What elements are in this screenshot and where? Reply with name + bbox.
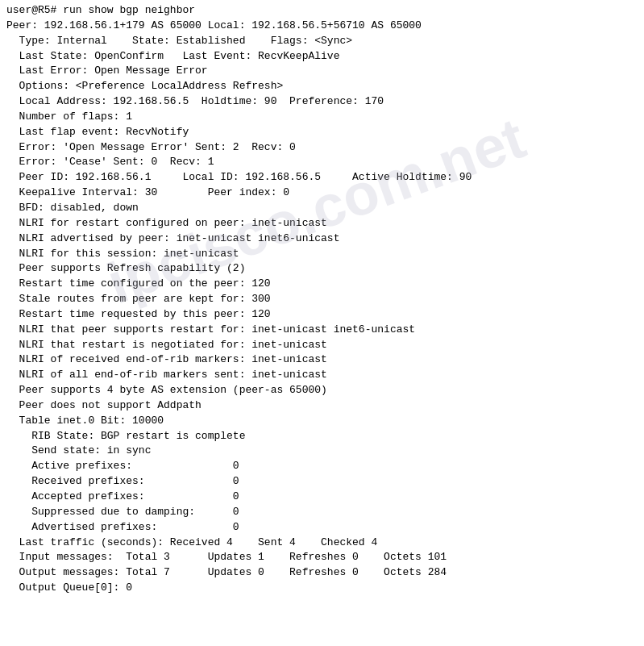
- line: Type: Internal State: Established Flags:…: [6, 34, 638, 49]
- line: Options: <Preference LocalAddress Refres…: [6, 79, 638, 94]
- line: Peer supports 4 byte AS extension (peer-…: [6, 383, 638, 398]
- output-lines: user@R5# run show bgp neighborPeer: 192.…: [6, 3, 638, 596]
- line: Advertised prefixes: 0: [6, 520, 638, 536]
- line: Send state: in sync: [6, 444, 638, 459]
- line: BFD: disabled, down: [6, 201, 638, 216]
- line: Last Error: Open Message Error: [6, 64, 638, 79]
- line: Output Queue[0]: 0: [6, 581, 638, 596]
- line: Output messages: Total 7 Updates 0 Refre…: [6, 565, 638, 581]
- line: Error: 'Open Message Error' Sent: 2 Recv…: [6, 140, 638, 156]
- line: Active prefixes: 0: [6, 459, 638, 474]
- line: NLRI that peer supports restart for: ine…: [6, 323, 638, 338]
- line: Received prefixes: 0: [6, 474, 638, 490]
- line: Stale routes from peer are kept for: 300: [6, 292, 638, 307]
- terminal-window: ipcisco.com.net user@R5# run show bgp ne…: [0, 0, 644, 646]
- line: Peer: 192.168.56.1+179 AS 65000 Local: 1…: [6, 19, 638, 34]
- line: Restart time requested by this peer: 120: [6, 307, 638, 323]
- line: Last flap event: RecvNotify: [6, 125, 638, 140]
- line: Keepalive Interval: 30 Peer index: 0: [6, 185, 638, 201]
- line: Number of flaps: 1: [6, 110, 638, 125]
- line: Peer supports Refresh capability (2): [6, 261, 638, 277]
- line: NLRI of all end-of-rib markers sent: ine…: [6, 368, 638, 383]
- line: Peer ID: 192.168.56.1 Local ID: 192.168.…: [6, 170, 638, 185]
- line: Last State: OpenConfirm Last Event: Recv…: [6, 49, 638, 65]
- line: Suppressed due to damping: 0: [6, 505, 638, 520]
- line: NLRI that restart is negotiated for: ine…: [6, 338, 638, 353]
- line: NLRI advertised by peer: inet-unicast in…: [6, 231, 638, 247]
- line: NLRI for this session: inet-unicast: [6, 247, 638, 262]
- line: Peer does not support Addpath: [6, 398, 638, 414]
- line: Input messages: Total 3 Updates 1 Refres…: [6, 550, 638, 565]
- line: user@R5# run show bgp neighbor: [6, 3, 638, 19]
- line: NLRI for restart configured on peer: ine…: [6, 216, 638, 231]
- line: Table inet.0 Bit: 10000: [6, 414, 638, 429]
- line: RIB State: BGP restart is complete: [6, 429, 638, 444]
- line: Restart time configured on the peer: 120: [6, 277, 638, 292]
- line: Error: 'Cease' Sent: 0 Recv: 1: [6, 155, 638, 170]
- line: Accepted prefixes: 0: [6, 490, 638, 505]
- line: NLRI of received end-of-rib markers: ine…: [6, 352, 638, 368]
- line: Last traffic (seconds): Received 4 Sent …: [6, 536, 638, 551]
- line: Local Address: 192.168.56.5 Holdtime: 90…: [6, 94, 638, 110]
